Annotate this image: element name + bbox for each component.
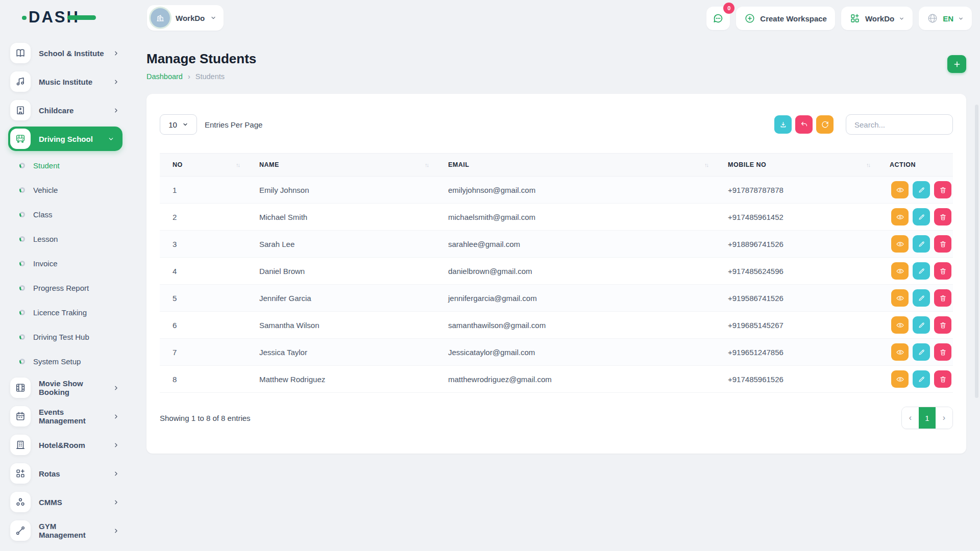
view-button[interactable] [891,235,909,253]
sidebar-item-music-institute[interactable]: Music Institute [0,67,131,96]
sort-icon[interactable]: ↑↓ [236,162,239,168]
chevron-down-icon [182,121,188,128]
cell-no: 3 [160,240,247,248]
cell-no: 7 [160,348,247,357]
film-icon [15,382,26,393]
edit-button[interactable] [913,316,930,334]
sidebar-item-childcare[interactable]: Childcare [0,96,131,124]
sidebar-subitem-class[interactable]: Class [0,202,131,227]
search-input[interactable] [846,114,953,135]
apps-menu-button[interactable]: WorkDo [841,7,913,30]
delete-button[interactable] [934,370,951,388]
delete-button[interactable] [934,181,951,198]
sidebar-item-movie-show-booking[interactable]: Movie Show Booking [0,373,131,402]
edit-button[interactable] [913,370,930,388]
cell-email: samanthawilson@gmail.com [435,321,715,330]
cell-no: 6 [160,321,247,330]
trash-icon [939,213,947,221]
table-footer: Showing 1 to 8 of 8 entries ‹ 1 › [160,407,953,429]
pagination-next-button[interactable]: › [936,407,952,429]
table-row: 1 Emily Johnson emilyjohnson@gmail.com +… [160,177,953,204]
bullet-icon [19,212,25,217]
table-row: 2 Michael Smith michaelsmith@gmail.com +… [160,204,953,231]
reset-button[interactable] [795,115,813,134]
sidebar-subitem-system-setup[interactable]: System Setup [0,349,131,373]
delete-button[interactable] [934,343,951,361]
edit-button[interactable] [913,181,930,198]
sidebar-item-school-institute[interactable]: School & Institute [0,39,131,67]
view-button[interactable] [891,316,909,334]
cell-actions [877,235,953,253]
view-button[interactable] [891,343,909,361]
view-button[interactable] [891,181,909,198]
page-scrollbar[interactable] [975,105,978,398]
sidebar-item-gym-management[interactable]: GYM Management [0,516,131,545]
view-button[interactable] [891,289,909,307]
edit-button[interactable] [913,262,930,280]
sidebar-subitem-student[interactable]: Student [0,153,131,178]
sort-icon[interactable]: ↑↓ [704,162,708,168]
eye-icon [896,321,904,330]
create-workspace-label: Create Workspace [760,14,827,23]
grid-plus-icon [849,13,861,24]
sort-icon[interactable]: ↑↓ [866,162,870,168]
column-header-name[interactable]: NAME ↑↓ [247,161,435,168]
entries-per-page-label: Entries Per Page [205,120,262,129]
workspace-selector[interactable]: WorkDo [147,5,224,31]
sidebar-subitem-driving-test-hub[interactable]: Driving Test Hub [0,324,131,349]
sidebar-item-hotel-room[interactable]: Hotel&Room [0,431,131,459]
delete-button[interactable] [934,289,951,307]
cell-no: 8 [160,375,247,384]
export-button[interactable] [774,115,792,134]
cell-actions [877,181,953,198]
pagination-prev-button[interactable]: ‹ [902,407,919,429]
sidebar-subitem-lesson[interactable]: Lesson [0,227,131,251]
chevron-right-icon [113,50,119,57]
sidebar-item-driving-school[interactable]: Driving School [8,127,122,151]
entries-per-page-select[interactable]: 10 [160,114,197,135]
column-header-no[interactable]: NO ↑↓ [160,161,247,168]
hotel-icon [15,439,26,450]
delete-button[interactable] [934,208,951,226]
add-student-button[interactable] [947,55,966,73]
view-button[interactable] [891,370,909,388]
view-button[interactable] [891,208,909,226]
edit-button[interactable] [913,235,930,253]
sidebar-subitem-vehicle[interactable]: Vehicle [0,178,131,202]
eye-icon [896,294,904,303]
cell-email: sarahlee@gmail.com [435,240,715,248]
pagination: ‹ 1 › [901,407,953,429]
top-header: DASH WorkDo 0 Create Workspace WorkDo [0,0,980,37]
sidebar-item-events-management[interactable]: Events Management [0,402,131,431]
table-row: 6 Samantha Wilson samanthawilson@gmail.c… [160,312,953,339]
sidebar-item-rotas[interactable]: Rotas [0,459,131,488]
edit-button[interactable] [913,343,930,361]
bullet-icon [19,187,25,193]
workspace-avatar [151,8,170,28]
eye-icon [896,348,904,357]
language-selector[interactable]: EN [919,7,972,30]
breadcrumb-dashboard-link[interactable]: Dashboard [146,72,183,81]
edit-button[interactable] [913,289,930,307]
sidebar-subitem-progress-report[interactable]: Progress Report [0,276,131,300]
messages-button[interactable]: 0 [706,7,730,30]
sidebar-item-cmms[interactable]: CMMS [0,488,131,516]
breadcrumb-current: Students [195,72,225,81]
logo-dot-accent [22,16,27,20]
refresh-button[interactable] [816,115,834,134]
view-button[interactable] [891,262,909,280]
trash-icon [939,321,947,329]
plus-icon [953,60,961,68]
column-header-mobile[interactable]: MOBILE NO ↑↓ [715,161,877,168]
delete-button[interactable] [934,235,951,253]
edit-button[interactable] [913,208,930,226]
pagination-page-1[interactable]: 1 [919,407,936,429]
sort-icon[interactable]: ↑↓ [425,162,428,168]
create-workspace-button[interactable]: Create Workspace [736,7,835,30]
column-header-email[interactable]: EMAIL ↑↓ [435,161,715,168]
sidebar-subitem-licence-traking[interactable]: Licence Traking [0,300,131,324]
chevron-down-icon [899,16,904,21]
delete-button[interactable] [934,262,951,280]
delete-button[interactable] [934,316,951,334]
sidebar-subitem-invoice[interactable]: Invoice [0,251,131,276]
